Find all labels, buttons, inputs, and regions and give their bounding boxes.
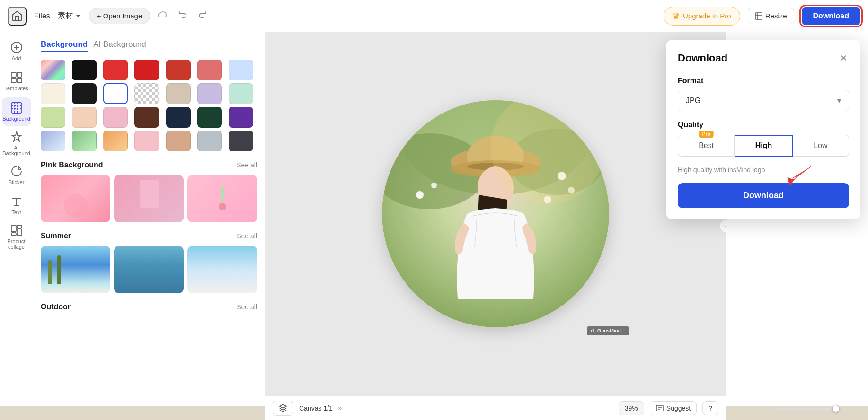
svg-rect-16: [11, 233, 16, 236]
background-tabs: Background AI Background: [41, 40, 257, 52]
color-swatch-darkgreen[interactable]: [197, 107, 222, 128]
color-swatch-lavender[interactable]: [197, 83, 222, 104]
undo-button[interactable]: [176, 8, 189, 24]
color-swatch-pinklight[interactable]: [134, 131, 159, 151]
color-swatch-white[interactable]: [103, 83, 128, 104]
opacity-slider[interactable]: [774, 408, 840, 410]
watermark: ⚙ ⚙ insMind...: [587, 326, 629, 335]
sidebar-item-sticker[interactable]: Sticker: [2, 161, 31, 189]
sidebar-item-text[interactable]: Text: [2, 191, 31, 219]
tab-ai-background[interactable]: AI Background: [93, 40, 146, 52]
canvas-area: ‹: [265, 32, 726, 420]
summer-thumb-1[interactable]: [41, 246, 110, 293]
resize-button[interactable]: Resize: [748, 8, 794, 24]
summer-title: Summer: [41, 232, 71, 240]
color-swatch-orangegrad[interactable]: [103, 131, 128, 151]
color-swatch-lightgreen[interactable]: [41, 107, 65, 128]
sidebar-item-templates[interactable]: Templates: [2, 67, 31, 96]
color-swatch-mint[interactable]: [229, 83, 253, 104]
download-action-button[interactable]: Download: [678, 183, 849, 208]
help-button[interactable]: ?: [702, 401, 718, 415]
color-swatch-tan[interactable]: [166, 131, 191, 151]
color-swatch-bluegrad[interactable]: [41, 131, 65, 151]
sidebar-item-product-collage[interactable]: Product collage: [2, 221, 31, 253]
toolbar: Files 素材 + Open Image ♛ Upgrade to Pro R…: [0, 0, 868, 32]
download-toolbar-button[interactable]: Download: [802, 7, 860, 25]
opacity-slider-thumb[interactable]: [832, 405, 840, 412]
assets-menu[interactable]: 素材: [58, 11, 81, 21]
pink-background-header: Pink Background See all: [41, 161, 257, 169]
download-panel-header: Download ✕: [678, 51, 849, 65]
pink-thumb-3[interactable]: [187, 175, 257, 222]
svg-rect-8: [11, 103, 22, 113]
color-swatch-red3[interactable]: [166, 60, 191, 80]
summer-thumb-2[interactable]: [114, 246, 184, 293]
color-swatch-brown[interactable]: [134, 107, 159, 128]
format-select[interactable]: JPG ▾: [678, 90, 849, 111]
pro-badge: Pro: [699, 131, 714, 138]
format-label: Format: [678, 77, 849, 85]
canvas-circle-image: [382, 100, 609, 327]
quality-label: Quality: [678, 121, 849, 129]
open-image-button[interactable]: + Open Image: [89, 8, 150, 24]
canvas-bottom-bar: Canvas 1/1 » 39% Suggest ?: [265, 395, 726, 420]
color-swatch-gray1[interactable]: [197, 131, 222, 151]
upgrade-button[interactable]: ♛ Upgrade to Pro: [664, 7, 740, 26]
zoom-indicator: 39%: [619, 401, 644, 415]
quality-high-button[interactable]: High: [735, 135, 792, 157]
svg-rect-0: [755, 13, 762, 19]
quality-best-button[interactable]: Pro Best: [678, 135, 735, 157]
sidebar-item-add[interactable]: Add: [2, 37, 31, 65]
color-swatch-black2[interactable]: [72, 83, 97, 104]
files-menu[interactable]: Files: [34, 12, 50, 20]
canvas-name: Canvas 1/1: [299, 404, 333, 412]
color-swatch-black[interactable]: [72, 60, 97, 80]
color-swatch-salmon[interactable]: [197, 60, 222, 80]
quality-description: High quality with insMind logo: [678, 166, 849, 174]
svg-rect-4: [11, 72, 16, 77]
color-swatch-red2[interactable]: [134, 60, 159, 80]
sidebar-ai-bg-label: AI Background: [2, 145, 30, 156]
pink-background-see-all[interactable]: See all: [237, 161, 257, 169]
color-swatch-darkgray[interactable]: [229, 131, 253, 151]
outdoor-title: Outdoor: [41, 303, 71, 311]
quality-options: Pro Best High Low: [678, 135, 849, 157]
pink-thumb-2[interactable]: [114, 175, 184, 222]
pink-background-title: Pink Background: [41, 161, 103, 169]
sidebar-item-background[interactable]: Background: [2, 97, 31, 126]
canvas-expand-button[interactable]: »: [338, 404, 342, 411]
canvas-photo: [382, 100, 609, 327]
color-swatch-lightblue[interactable]: [229, 60, 253, 80]
sidebar-add-label: Add: [12, 55, 21, 61]
color-swatch-gradient[interactable]: [41, 60, 65, 80]
color-swatch-transparent[interactable]: [134, 83, 159, 104]
sidebar-item-ai-background[interactable]: AI Background: [2, 128, 31, 159]
color-swatch-red1[interactable]: [103, 60, 128, 80]
canvas-content[interactable]: ⚙ ⚙ insMind...: [265, 32, 726, 395]
outdoor-see-all[interactable]: See all: [237, 303, 257, 311]
quality-low-button[interactable]: Low: [793, 135, 849, 157]
color-swatch-peach[interactable]: [72, 107, 97, 128]
outdoor-header: Outdoor See all: [41, 303, 257, 311]
pink-background-thumbs: [41, 175, 257, 222]
tab-background[interactable]: Background: [41, 40, 88, 52]
color-swatch-cream[interactable]: [41, 83, 65, 104]
pink-thumb-1[interactable]: [41, 175, 110, 222]
download-panel-close-button[interactable]: ✕: [838, 51, 849, 65]
sidebar-product-collage-label: Product collage: [4, 238, 29, 250]
color-swatch-greengrad[interactable]: [72, 131, 97, 151]
color-swatch-beige[interactable]: [166, 83, 191, 104]
color-swatch-pink[interactable]: [103, 107, 128, 128]
canvas-layers-button[interactable]: [273, 401, 293, 416]
svg-rect-13: [11, 225, 16, 232]
home-button[interactable]: [8, 7, 27, 26]
summer-thumb-3[interactable]: [187, 246, 257, 293]
sidebar-text-label: Text: [11, 210, 21, 215]
summer-see-all[interactable]: See all: [237, 232, 257, 240]
redo-button[interactable]: [196, 8, 210, 24]
color-swatch-purple[interactable]: [229, 107, 253, 128]
color-swatch-navydark[interactable]: [166, 107, 191, 128]
suggest-button[interactable]: Suggest: [650, 401, 697, 415]
canvas-image-container: ⚙ ⚙ insMind...: [358, 88, 633, 339]
cloud-icon[interactable]: [158, 10, 168, 21]
